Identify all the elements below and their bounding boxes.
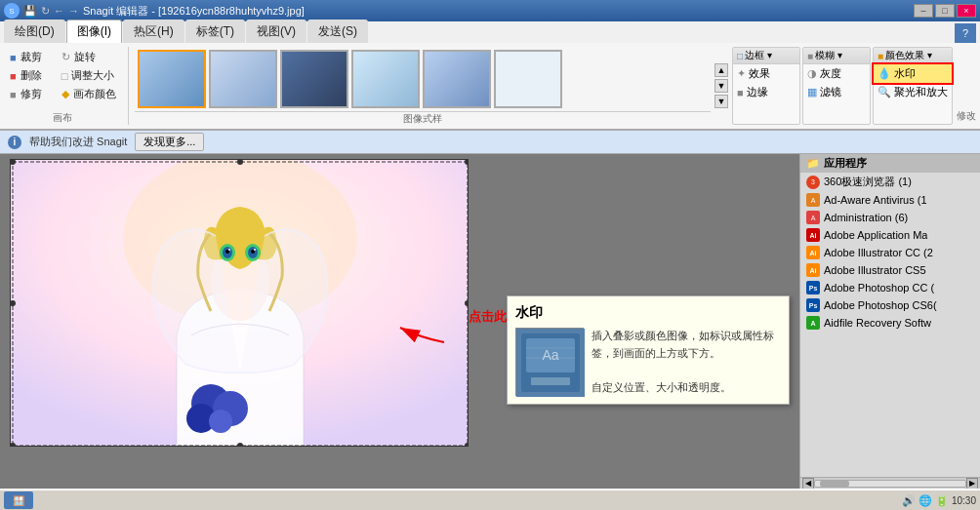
ai-cc-icon: Ai: [806, 246, 820, 259]
tooltip-thumb-svg: Aa: [516, 329, 585, 397]
sidebar-item-admin[interactable]: A Administration (6): [800, 209, 980, 226]
sidebar-scrollbar[interactable]: ◀ ▶: [800, 477, 980, 489]
tray-icon-3[interactable]: 🔋: [935, 494, 949, 507]
window-title: Snagit 编辑器 - [192616ycn88r8huhtyvhz9.jpg…: [83, 4, 305, 19]
tab-view[interactable]: 视图(V): [246, 20, 306, 43]
canvas-image: [10, 159, 469, 447]
ribbon-tabs: 绘图(D) 图像(I) 热区(H) 标签(T) 视图(V) 发送(S) ?: [0, 21, 980, 43]
thumbnail-3[interactable]: [280, 50, 348, 108]
rotate-button[interactable]: ↻ 旋转: [58, 49, 120, 65]
start-button[interactable]: 🪟: [4, 491, 33, 509]
sidebar-item-ps-cc[interactable]: Ps Adobe Photoshop CC (: [800, 279, 980, 296]
draw-buttons-right: ↻ 旋转 □ 调整大小 ◆ 画布颜色: [56, 47, 122, 104]
sidebar-item-adaware[interactable]: A Ad-Aware Antivirus (1: [800, 191, 980, 209]
sidebar-item-ps-cs6-label: Adobe Photoshop CS6(: [824, 299, 937, 311]
thumbnail-4[interactable]: [351, 50, 420, 108]
tab-image[interactable]: 图像(I): [66, 20, 122, 43]
info-message: 帮助我们改进 Snagit: [29, 135, 127, 149]
tab-send[interactable]: 发送(S): [307, 20, 368, 43]
gray-button[interactable]: ◑ 灰度: [803, 64, 870, 83]
crop-button[interactable]: ■ 裁剪: [6, 49, 46, 65]
title-bar: S 💾 ↻ ← → Snagit 编辑器 - [192616ycn88r8huh…: [0, 0, 980, 21]
svg-text:Aa: Aa: [542, 347, 558, 363]
thumbnail-6[interactable]: [494, 50, 562, 108]
scrollbar-track[interactable]: [814, 480, 966, 488]
thumb-scroll-up[interactable]: ▲: [715, 63, 728, 77]
title-bar-left: S 💾 ↻ ← → Snagit 编辑器 - [192616ycn88r8huh…: [4, 3, 305, 19]
help-button[interactable]: ?: [955, 23, 976, 43]
ai-cs5-icon: Ai: [806, 263, 820, 277]
discover-more-button[interactable]: 发现更多...: [135, 133, 204, 151]
tab-hotspot[interactable]: 热区(H): [123, 20, 184, 43]
thumbnail-5[interactable]: [423, 50, 491, 108]
tray-icon-1[interactable]: 🔊: [902, 494, 916, 507]
ribbon-content: ■ 裁剪 ■ 删除 ■ 修剪 ↻ 旋转 □ 调整: [0, 43, 980, 131]
scroll-left-btn[interactable]: ◀: [802, 478, 814, 490]
thumbnail-1[interactable]: [138, 50, 206, 108]
tooltip-text: 插入叠影或颜色图像，如标识或属性标 签，到画面的上方或下方。 自定义位置、大小和…: [592, 328, 774, 396]
sidebar-item-ai-cc[interactable]: Ai Adobe Illustrator CC (2: [800, 244, 980, 261]
adaware-icon: A: [806, 193, 820, 207]
draw-buttons-left: ■ 裁剪 ■ 删除 ■ 修剪: [4, 47, 48, 104]
sidebar-item-360-label: 360极速浏览器 (1): [824, 175, 912, 189]
sidebar-item-ai-cc-label: Adobe Illustrator CC (2: [824, 247, 933, 258]
draw-group: ■ 裁剪 ■ 删除 ■ 修剪 ↻ 旋转 □ 调整: [4, 47, 129, 125]
main-area: 点击此处添加水印 水印 Aa: [0, 154, 980, 489]
watermark-tooltip: 水印 Aa 插入叠影或颜色图像，如标识或属性标 签，到画面的上方或下方。 自定义…: [507, 295, 790, 405]
draw-group-label: 画布: [4, 109, 122, 125]
sidebar-item-ai-cs5[interactable]: Ai Adobe Illustrator CS5: [800, 261, 980, 279]
canvas-color-button[interactable]: ◆ 画布颜色: [58, 86, 120, 102]
admin-icon: A: [806, 211, 820, 224]
tooltip-title: 水印: [515, 304, 781, 322]
svg-point-15: [209, 410, 232, 433]
close-button[interactable]: ×: [957, 4, 976, 18]
styles-label: 图像式样: [135, 111, 711, 126]
trim-button[interactable]: ■ 修剪: [6, 86, 46, 102]
360-icon: 3: [806, 176, 820, 189]
watermark-button[interactable]: 💧 水印: [874, 64, 952, 83]
folder-icon: 📁: [806, 157, 820, 170]
ps-cs6-icon: Ps: [806, 298, 820, 312]
effect-button[interactable]: ✦ 效果: [733, 64, 799, 83]
maximize-button[interactable]: □: [935, 4, 955, 18]
blur-group: ■ 模糊 ▾ ◑ 灰度 ▦ 滤镜: [802, 47, 871, 125]
thumbnails-group: 图像式样: [135, 47, 711, 125]
ps-cc-icon: Ps: [806, 281, 820, 294]
thumbnails-row: [135, 47, 711, 111]
tab-draw[interactable]: 绘图(D): [4, 20, 65, 43]
sidebar-item-adobe-app[interactable]: Ai Adobe Application Ma: [800, 226, 980, 244]
filter-button[interactable]: ▦ 滤镜: [803, 83, 870, 101]
sidebar-item-ai-cs5-label: Adobe Illustrator CS5: [824, 264, 926, 276]
tray-icon-2[interactable]: 🌐: [919, 494, 932, 507]
border-group: □ 边框 ▾ ✦ 效果 ■ 边缘: [732, 47, 800, 125]
title-bar-controls[interactable]: – □ ×: [914, 4, 976, 18]
svg-rect-32: [531, 377, 570, 385]
scrollbar-thumb: [820, 481, 849, 487]
right-ribbon: □ 边框 ▾ ✦ 效果 ■ 边缘 ■ 模糊 ▾ ◑ 灰度 ▦: [732, 47, 953, 125]
tab-tag[interactable]: 标签(T): [185, 20, 245, 43]
modify-label: 修改: [957, 47, 976, 125]
arrow-svg: [390, 318, 449, 367]
color-effects-title: ■ 颜色效果 ▾: [874, 48, 952, 64]
info-icon: i: [8, 136, 21, 149]
tooltip-thumbnail: Aa: [515, 328, 584, 396]
sidebar-item-ps-cs6[interactable]: Ps Adobe Photoshop CS6(: [800, 296, 980, 314]
delete-button[interactable]: ■ 删除: [6, 67, 46, 84]
minimize-button[interactable]: –: [914, 4, 933, 18]
thumbnail-2[interactable]: [209, 50, 277, 108]
thumb-scroll-down[interactable]: ▼: [715, 79, 728, 93]
info-bar: i 帮助我们改进 Snagit 发现更多...: [0, 131, 980, 154]
right-sidebar: 📁 应用程序 3 360极速浏览器 (1) A Ad-Aware Antivir…: [799, 154, 980, 489]
sidebar-item-360[interactable]: 3 360极速浏览器 (1): [800, 173, 980, 191]
sidebar-section-title: 📁 应用程序: [800, 154, 980, 173]
zoom-button[interactable]: 🔍 聚光和放大: [874, 83, 952, 101]
resize-button[interactable]: □ 调整大小: [58, 67, 120, 84]
scroll-right-btn[interactable]: ▶: [966, 478, 978, 490]
color-effects-group: ■ 颜色效果 ▾ 💧 水印 🔍 聚光和放大: [873, 47, 953, 125]
blur-group-title: ■ 模糊 ▾: [803, 48, 870, 64]
sidebar-item-aidfile[interactable]: A Aidfile Recovery Softw: [800, 314, 980, 332]
thumb-more[interactable]: ▼: [715, 95, 728, 108]
sidebar-item-adaware-label: Ad-Aware Antivirus (1: [824, 194, 927, 206]
clock: 10:30: [952, 495, 976, 506]
edge-button[interactable]: ■ 边缘: [733, 83, 799, 101]
